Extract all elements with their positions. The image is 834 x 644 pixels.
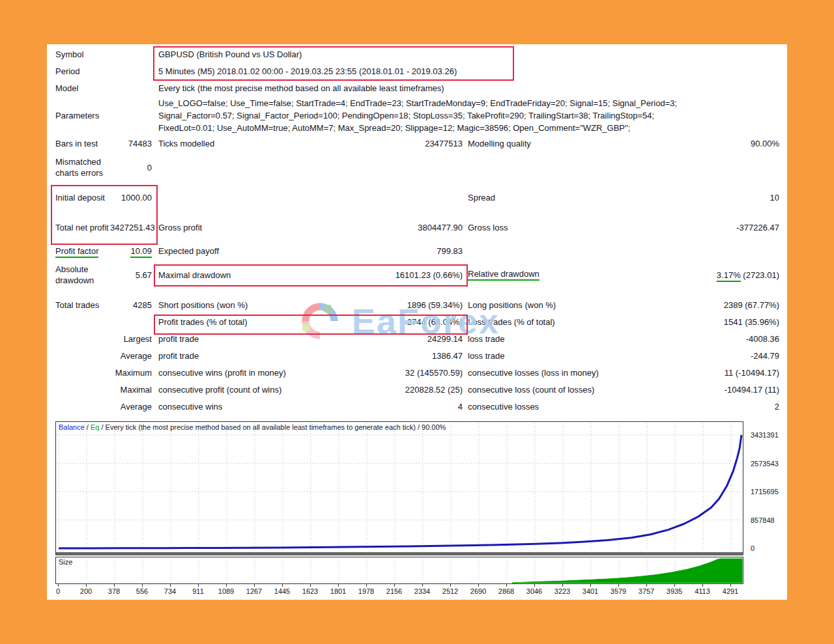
parameters-label: Parameters	[55, 110, 110, 121]
largest-profit-trade-label: profit trade	[158, 334, 199, 344]
average-profit-trade-label: profit trade	[158, 351, 199, 361]
average-consecutive-losses-label: consecutive losses	[468, 402, 539, 412]
parameters-line-1: Use_LOGO=false; Use_Time=false; StartTra…	[158, 97, 779, 109]
long-positions-label: Long positions (won %)	[468, 300, 556, 310]
chart-header-text: / Every tick (the most precise method ba…	[101, 423, 446, 431]
annotation-box-deposit-profit	[51, 185, 158, 245]
average-consecutive-wins-label: consecutive wins	[158, 402, 222, 412]
maximal-consecutive-label: Maximal	[110, 385, 152, 395]
period-label: Period	[55, 66, 110, 77]
chart-header: Balance / Eq / Every tick (the most prec…	[59, 423, 446, 431]
x-axis-tick-label: 3579	[611, 587, 626, 595]
annotation-box-symbol-period	[153, 46, 514, 81]
table-row-mismatched: Mismatched charts errors 0	[55, 152, 787, 182]
x-axis-tick	[366, 584, 367, 587]
average-profit-trade-value: 1386.47	[432, 351, 463, 361]
x-axis-tick	[198, 584, 199, 587]
y-axis-tick-label: 0	[751, 544, 755, 553]
size-bars-canvas	[56, 557, 743, 585]
x-axis-tick-label: 378	[108, 587, 120, 595]
balance-line-canvas	[56, 422, 743, 554]
backtest-report-sheet: Symbol GBPUSD (British Pound vs US Dolla…	[47, 44, 787, 600]
x-axis-tick-label: 2690	[470, 587, 486, 595]
x-axis-tick-label: 1267	[246, 587, 262, 595]
model-label: Model	[55, 83, 110, 94]
x-axis-tick-label: 556	[136, 587, 148, 595]
table-row-bars: Bars in test 74483 Ticks modelled 234775…	[55, 134, 787, 152]
x-axis-tick	[646, 584, 647, 587]
x-axis-tick	[478, 584, 479, 587]
legend-balance: Balance	[59, 423, 85, 431]
maximal-consecutive-profit-value: 220828.52 (25)	[405, 385, 463, 395]
ticks-modelled-value: 23477513	[425, 139, 463, 148]
table-row-maximum-consecutive: Maximum consecutive wins (profit in mone…	[55, 364, 787, 381]
x-axis-tick	[730, 584, 731, 587]
x-axis-tick	[226, 584, 227, 587]
x-axis-tick	[674, 584, 675, 587]
mismatched-label: Mismatched charts errors	[55, 156, 110, 178]
maximum-consecutive-label: Maximum	[110, 368, 152, 378]
bars-in-test-value: 74483	[110, 139, 152, 148]
legend-equity: Eq	[91, 423, 99, 431]
x-axis-tick-label: 3757	[639, 587, 654, 595]
x-axis-tick-label: 1623	[302, 587, 318, 595]
expected-payoff-label: Expected payoff	[158, 246, 219, 256]
total-trades-label: Total trades	[55, 300, 110, 311]
size-chart: Size	[55, 557, 743, 584]
legend-separator: /	[85, 423, 91, 431]
x-axis-tick-label: 3401	[582, 587, 598, 595]
table-row-maximal-consecutive: Maximal consecutive profit (count of win…	[55, 381, 787, 398]
x-axis-tick-label: 2334	[414, 587, 430, 595]
balance-chart: Balance / Eq / Every tick (the most prec…	[55, 421, 743, 555]
balance-chart-section: Balance / Eq / Every tick (the most prec…	[55, 421, 743, 584]
x-axis-tick-label: 3046	[526, 587, 542, 595]
x-axis-tick	[114, 584, 115, 587]
x-axis-tick	[254, 584, 255, 587]
stats-table: Symbol GBPUSD (British Pound vs US Dolla…	[47, 46, 787, 415]
average-consecutive-label: Average	[110, 402, 152, 412]
largest-label: Largest	[110, 334, 152, 344]
x-axis-tick	[394, 584, 395, 587]
loss-trades-label: Loss trades (% of total)	[468, 317, 555, 327]
parameters-line-2: Signal_Factor=0.57; Signal_Factor_Period…	[158, 109, 779, 122]
maximum-consecutive-wins-value: 32 (145570.59)	[405, 368, 463, 378]
x-axis-tick-label: 734	[164, 587, 176, 595]
table-row-total-trades: Total trades 4285 Short positions (won %…	[55, 296, 787, 313]
table-row-model: Model Every tick (the most precise metho…	[55, 79, 787, 96]
x-axis-tick	[282, 584, 283, 587]
x-axis-tick	[702, 584, 703, 587]
y-axis-tick-label: 1715695	[751, 488, 779, 496]
x-axis-tick-label: 911	[192, 587, 204, 595]
x-axis-tick	[170, 584, 171, 587]
gross-loss-label: Gross loss	[468, 223, 508, 232]
maximum-consecutive-wins-label: consecutive wins (profit in money)	[158, 368, 286, 378]
bars-in-test-label: Bars in test	[55, 138, 110, 149]
x-axis-tick-label: 4291	[723, 587, 738, 595]
x-axis-tick	[310, 584, 311, 587]
x-axis-tick	[142, 584, 143, 587]
x-axis-tick	[534, 584, 535, 587]
average-loss-trade-label: loss trade	[468, 351, 504, 361]
x-axis-tick-label: 1089	[218, 587, 234, 595]
x-axis-tick-label: 2156	[386, 587, 402, 595]
maximal-consecutive-profit-label: consecutive profit (count of wins)	[158, 385, 281, 395]
expected-payoff-value: 799.83	[437, 246, 463, 256]
maximal-consecutive-loss-label: consecutive loss (count of losses)	[468, 385, 594, 395]
x-axis-tick	[58, 584, 59, 587]
symbol-label: Symbol	[55, 49, 110, 60]
y-axis-tick-label: 857848	[751, 516, 775, 525]
absolute-drawdown-label: Absolute drawdown	[55, 264, 110, 286]
relative-drawdown-value-pct: 3.17%	[717, 270, 741, 282]
x-axis: 0200378556734911108912671445162318011978…	[55, 584, 746, 600]
table-row-profit-factor: Profit factor 10.09 Expected payoff 799.…	[55, 242, 787, 260]
parameters-line-3: FixedLot=0.01; Use_AutoMM=true; AutoMM=7…	[158, 122, 779, 134]
x-axis-tick-label: 3935	[667, 587, 682, 595]
short-positions-value: 1896 (59.34%)	[407, 300, 463, 310]
table-row-average-trade: Average profit trade 1386.47 loss trade …	[55, 347, 787, 364]
total-trades-value: 4285	[110, 300, 152, 310]
x-axis-tick	[618, 584, 619, 587]
maximum-consecutive-losses-label: consecutive losses (loss in money)	[468, 368, 599, 378]
x-axis-tick	[338, 584, 339, 587]
modelling-quality-label: Modelling quality	[468, 139, 531, 148]
x-axis-tick	[422, 584, 423, 587]
